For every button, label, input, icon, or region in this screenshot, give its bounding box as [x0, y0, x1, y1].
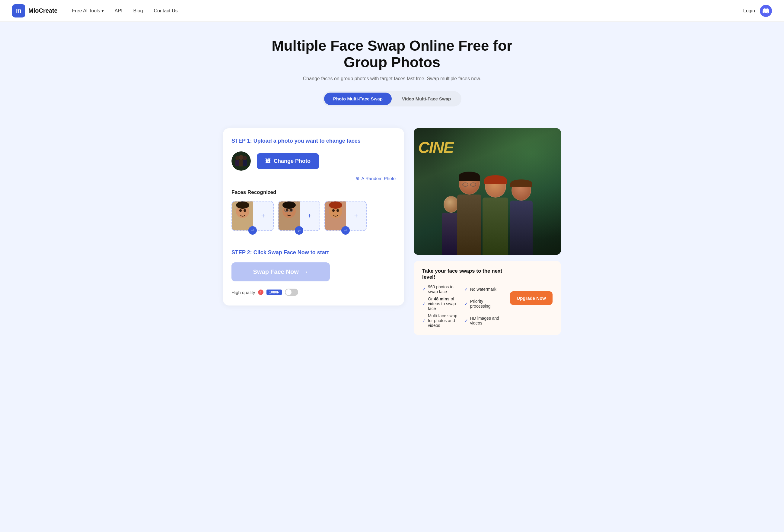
svg-point-5	[243, 156, 247, 160]
logo-text: MioCreate	[28, 7, 58, 14]
image-icon: 🖼	[265, 158, 271, 165]
check-icon-6: ✓	[465, 318, 468, 323]
nav-right: Login	[743, 5, 772, 17]
step1-prefix: STEP 1:	[231, 138, 252, 144]
feature-5: ✓ Multi-face swap for photos and videos	[422, 313, 461, 328]
check-icon-5: ✓	[422, 318, 426, 323]
swap-face-now-button[interactable]: Swap Face Now →	[231, 262, 330, 282]
step1-label: STEP 1: Upload a photo you want to chang…	[231, 138, 396, 144]
nav-links: Free AI Tools ▾ API Blog Contact Us	[72, 8, 743, 13]
check-icon-1: ✓	[422, 287, 426, 292]
svg-rect-2	[235, 160, 240, 166]
left-panel: STEP 1: Upload a photo you want to chang…	[223, 128, 404, 305]
nav-blog[interactable]: Blog	[133, 8, 143, 13]
svg-point-10	[244, 209, 246, 212]
svg-point-9	[239, 209, 242, 212]
upgrade-card: Take your face swaps to the next level! …	[414, 261, 561, 335]
check-icon-3: ✓	[422, 301, 426, 306]
step2-prefix: STEP 2:	[231, 249, 252, 256]
circle-plus-icon: ⊕	[356, 176, 360, 181]
svg-rect-4	[239, 160, 243, 167]
quality-row: High quality ! 1080P	[231, 289, 396, 296]
step2-text: Click Swap Face Now to start	[252, 249, 329, 256]
add-face-1-icon: +	[253, 212, 273, 220]
upgrade-title: Take your face swaps to the next level!	[422, 268, 503, 280]
change-photo-button[interactable]: 🖼 Change Photo	[257, 153, 319, 169]
svg-point-23	[336, 209, 339, 212]
face-card-1[interactable]: + ⇌	[231, 201, 274, 231]
upgrade-now-button[interactable]: Upgrade Now	[510, 291, 553, 305]
check-icon-2: ✓	[465, 287, 468, 292]
feature-1: ✓ 960 photos to swap face	[422, 285, 461, 294]
face-swap-badge-1: ⇌	[248, 226, 257, 235]
swap-icon: ⇌	[344, 228, 347, 233]
faces-title: Faces Recognized	[231, 189, 396, 196]
check-icon-4: ✓	[465, 301, 468, 306]
svg-point-22	[332, 209, 335, 212]
photo-preview: CINE	[414, 128, 561, 255]
face-swap-badge-2: ⇌	[295, 226, 303, 235]
logo-icon: m	[12, 4, 25, 18]
quality-label: High quality	[231, 290, 255, 295]
swap-icon: ⇌	[298, 228, 301, 233]
svg-point-11	[236, 202, 249, 209]
divider	[231, 241, 396, 241]
preview-image: CINE	[414, 128, 561, 255]
add-face-2-icon: +	[300, 212, 319, 220]
face-card-3[interactable]: + ⇌	[325, 201, 367, 231]
quality-toggle[interactable]	[285, 289, 298, 296]
nav-api[interactable]: API	[115, 8, 122, 13]
discord-button[interactable]	[760, 5, 772, 17]
svg-point-24	[329, 202, 342, 209]
hero-title: Multiple Face Swap Online Free for Group…	[256, 37, 528, 70]
tab-video-multi-face-swap[interactable]: Video Multi-Face Swap	[393, 93, 460, 105]
feature-3: ✓ Or 48 mins of videos to swap face	[422, 296, 461, 311]
upload-row: 🖼 Change Photo	[231, 151, 396, 171]
right-panel: CINE	[414, 128, 561, 335]
hero-section: Multiple Face Swap Online Free for Group…	[0, 22, 784, 128]
svg-point-19	[282, 202, 296, 209]
source-photo-avatar	[231, 151, 251, 171]
step1-text: Upload a photo you want to change faces	[252, 138, 361, 144]
main-content: STEP 1: Upload a photo you want to chang…	[211, 128, 573, 347]
logo[interactable]: m MioCreate	[12, 4, 58, 18]
toggle-thumb	[285, 289, 291, 295]
svg-rect-6	[243, 160, 247, 166]
random-photo-link[interactable]: ⊕ A Random Photo	[231, 176, 396, 181]
navbar: m MioCreate Free AI Tools ▾ API Blog Con…	[0, 0, 784, 22]
step2-label: STEP 2: Click Swap Face Now to start	[231, 249, 396, 256]
tab-row: Photo Multi-Face Swap Video Multi-Face S…	[323, 91, 461, 107]
face-swap-badge-3: ⇌	[341, 226, 350, 235]
login-button[interactable]: Login	[743, 8, 755, 13]
feature-4: ✓ Priority processing	[465, 296, 503, 311]
chevron-down-icon: ▾	[102, 8, 104, 13]
feature-2: ✓ No watermark	[465, 285, 503, 294]
info-icon: !	[258, 290, 263, 295]
upgrade-left: Take your face swaps to the next level! …	[422, 268, 503, 328]
hero-subtitle: Change faces on group photos with target…	[6, 76, 778, 82]
upgrade-features: ✓ 960 photos to swap face ✓ No watermark…	[422, 285, 503, 328]
swap-icon: ⇌	[251, 228, 254, 233]
quality-badge: 1080P	[267, 290, 282, 295]
faces-row: + ⇌	[231, 201, 396, 231]
feature-6: ✓ HD images and videos	[465, 313, 503, 328]
add-face-3-icon: +	[346, 212, 366, 220]
face-card-2[interactable]: + ⇌	[278, 201, 320, 231]
nav-free-ai-tools[interactable]: Free AI Tools ▾	[72, 8, 104, 13]
nav-contact-us[interactable]: Contact Us	[154, 8, 178, 13]
tab-photo-multi-face-swap[interactable]: Photo Multi-Face Swap	[324, 93, 392, 105]
